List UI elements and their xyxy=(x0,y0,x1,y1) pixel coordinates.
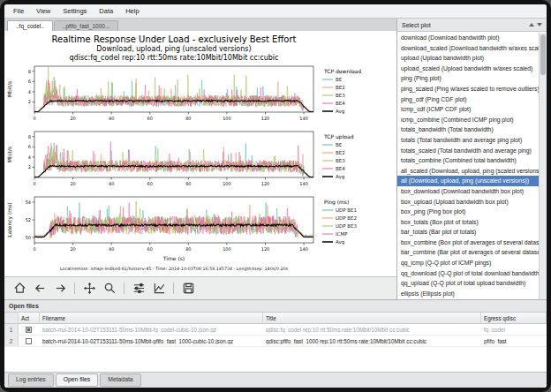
plot-list-item[interactable]: upload_scaled (Upload bandwidth w/axes s… xyxy=(397,64,547,74)
plot-list-item[interactable]: qq_icmp (Q-Q plot of ICMP pings) xyxy=(397,258,547,268)
svg-text:Avg: Avg xyxy=(336,109,344,115)
plot-list-item[interactable]: icmp_combine (Combined ICMP ping plot) xyxy=(397,115,547,125)
svg-text:Latency (ms): Latency (ms) xyxy=(6,202,13,237)
chart-tcp-upload: 0204060801001201402468Mbit/sTCP uploadBE… xyxy=(4,128,395,193)
bottom-tab-open-files[interactable]: Open files xyxy=(56,373,99,387)
plot-list-item[interactable]: all (Download, upload, ping (unscaled ve… xyxy=(397,176,547,186)
egress-qdisc-cell[interactable]: fq_codel xyxy=(481,327,547,333)
filename-cell[interactable]: batch-rrul-2014-10-02T153111-50ms-10Mbit… xyxy=(40,327,263,333)
title-cell[interactable]: qdisc:pfifo_fast_1000 rep:10 rtt:50ms ra… xyxy=(263,338,481,344)
plot-list-item[interactable]: ellipsis (Ellipsis plot) xyxy=(397,289,547,299)
svg-text:140: 140 xyxy=(299,246,308,252)
column-header-Title[interactable]: Title xyxy=(263,313,481,323)
menu-data[interactable]: Data xyxy=(93,5,119,17)
table-row[interactable]: 1batch-rrul-2014-10-02T153111-50ms-10Mbi… xyxy=(4,324,547,335)
active-checkbox[interactable] xyxy=(26,327,32,333)
egress-qdisc-cell[interactable]: pfifo_fast xyxy=(481,338,547,344)
window-frame: FileViewSettingsDataHelp ..fq_codel....p… xyxy=(0,0,551,392)
plot-list-item[interactable]: bar_totals (Bar plot of totals) xyxy=(397,227,547,237)
svg-text:BE4: BE4 xyxy=(336,101,345,106)
filename-cell[interactable]: batch-rrul-2014-10-02T153111-50ms-10Mbit… xyxy=(40,338,263,344)
plot-list-item[interactable]: ping_cdf (Ping CDF plot) xyxy=(397,94,547,105)
plot-list-item[interactable]: box_download (Download bandwidth box plo… xyxy=(397,186,547,197)
plot-list-item[interactable]: all_scaled (Download, upload, ping (scal… xyxy=(397,166,547,177)
svg-text:54: 54 xyxy=(26,200,31,205)
plot-list-item[interactable]: box_upload (Upload bandwidth box plot) xyxy=(397,197,547,207)
svg-text:40: 40 xyxy=(109,116,114,121)
bottom-tab-metadata[interactable]: Metadata xyxy=(100,373,140,387)
svg-text:80: 80 xyxy=(185,181,191,186)
plot-list-item[interactable]: box_totals (Box plot of totals) xyxy=(397,217,547,228)
svg-text:60: 60 xyxy=(147,181,153,186)
svg-text:BE: BE xyxy=(336,142,343,147)
scroll-up-icon[interactable] xyxy=(529,23,534,26)
plot-list-item[interactable]: upload (Upload bandwidth plot) xyxy=(397,53,547,64)
svg-text:ICMP: ICMP xyxy=(336,231,348,237)
column-header-Filename[interactable]: Filename xyxy=(40,313,263,323)
plot-list-scrollbar[interactable] xyxy=(539,33,547,299)
plot-list-item[interactable]: qq_download (Q-Q plot of total download … xyxy=(397,268,547,279)
svg-text:Ping (ms): Ping (ms) xyxy=(324,199,349,206)
svg-text:0: 0 xyxy=(33,181,35,186)
svg-text:80: 80 xyxy=(185,116,191,121)
svg-text:60: 60 xyxy=(147,246,153,252)
plot-title-block: Realtime Response Under Load - exclusive… xyxy=(4,34,343,63)
svg-text:BE3: BE3 xyxy=(336,93,345,98)
pan-icon[interactable] xyxy=(80,280,98,298)
bottom-tab-log-entries[interactable]: Log entries xyxy=(8,373,54,387)
menu-file[interactable]: File xyxy=(7,5,30,17)
column-header-Act[interactable]: Act xyxy=(19,313,40,323)
subplots-config-icon[interactable] xyxy=(130,280,147,298)
plot-list-item[interactable]: icmp_cdf (ICMP CDF plot) xyxy=(397,104,547,115)
back-icon[interactable] xyxy=(31,280,49,298)
doc-tab[interactable]: ..pfifo_fast_1000... xyxy=(54,20,118,32)
svg-text:2: 2 xyxy=(28,99,31,104)
active-checkbox[interactable] xyxy=(26,338,32,344)
chart-tcp-download: 0204060801001201402468Mbit/sTCP download… xyxy=(4,63,395,128)
plot-list-item[interactable]: totals_combine (Combined total bandwidth… xyxy=(397,155,547,166)
forward-icon[interactable] xyxy=(51,280,69,298)
title-cell[interactable]: qdisc:fq_codel rep:10 rtt:50ms rate:10Mb… xyxy=(263,327,481,333)
plot-canvas[interactable]: Realtime Response Under Load - exclusive… xyxy=(4,31,396,276)
plot-list-item[interactable]: box_combine (Box plot of averages of sev… xyxy=(397,237,547,248)
main-area: ..fq_codel....pfifo_fast_1000... Realtim… xyxy=(4,19,547,299)
zoom-icon[interactable] xyxy=(101,280,118,298)
svg-text:120: 120 xyxy=(261,181,270,186)
chart-ping: 020406080100120140505254Latency (ms)Time… xyxy=(4,193,395,266)
menu-help[interactable]: Help xyxy=(119,5,145,17)
svg-text:2: 2 xyxy=(28,164,31,170)
svg-text:TCP download: TCP download xyxy=(323,68,361,74)
plot-list-item[interactable]: download (Download bandwidth plot) xyxy=(397,33,547,43)
plot-selector-sidebar: Select plot download (Download bandwidth… xyxy=(396,19,547,299)
open-files-header: Open files xyxy=(4,300,547,312)
plot-list-item[interactable]: download_scaled (Download bandwidth w/ax… xyxy=(397,43,547,54)
svg-text:50: 50 xyxy=(26,235,31,240)
menu-view[interactable]: View xyxy=(30,5,57,17)
plot-list-item[interactable]: totals_bandwidth (Total bandwidth) xyxy=(397,124,547,135)
plot-list-item[interactable]: qq_upload (Q-Q plot of total upload band… xyxy=(397,278,547,289)
plot-config-icon[interactable] xyxy=(150,280,168,298)
svg-text:8: 8 xyxy=(28,134,31,139)
scroll-down-icon[interactable] xyxy=(537,23,542,26)
menu-settings[interactable]: Settings xyxy=(57,5,93,17)
svg-text:20: 20 xyxy=(70,116,75,121)
scrollbar-thumb[interactable] xyxy=(540,34,546,75)
act-cell xyxy=(19,338,40,344)
save-icon[interactable] xyxy=(179,280,197,298)
svg-text:140: 140 xyxy=(299,116,308,121)
column-header-num[interactable] xyxy=(4,313,19,323)
svg-text:UDP BE1: UDP BE1 xyxy=(336,207,357,213)
plot-list-item[interactable]: totals_scaled (Total bandwidth and avera… xyxy=(397,146,547,156)
table-row[interactable]: 2batch-rrul-2014-10-02T153111-50ms-10Mbi… xyxy=(4,335,547,347)
toolbar-separator xyxy=(74,283,75,294)
doc-tab[interactable]: ..fq_codel.. xyxy=(7,20,53,32)
plot-list-item[interactable]: totals (Total bandwidth and average ping… xyxy=(397,135,547,146)
plot-list-item[interactable]: box_ping (Ping box plot) xyxy=(397,207,547,217)
plot-list-item[interactable]: ping_scaled (Ping w/axes scaled to remov… xyxy=(397,84,547,94)
svg-text:4: 4 xyxy=(28,89,31,94)
home-icon[interactable] xyxy=(11,280,28,298)
column-header-Egress qdisc[interactable]: Egress qdisc xyxy=(481,313,547,323)
svg-text:BE3: BE3 xyxy=(336,158,345,163)
plot-list-item[interactable]: ping (Ping plot) xyxy=(397,73,547,84)
plot-list-item[interactable]: bar_combine (Bar plot of averages of sev… xyxy=(397,247,547,258)
